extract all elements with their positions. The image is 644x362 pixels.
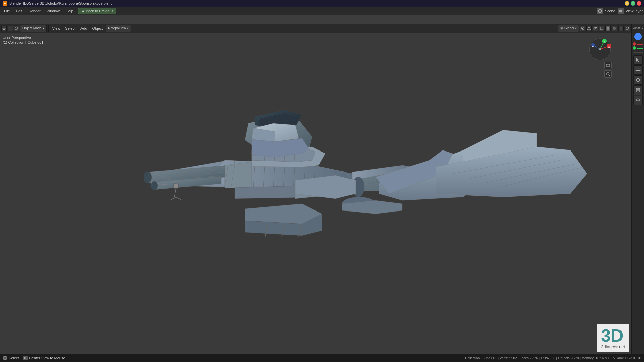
- y-axis-dot: [633, 46, 636, 50]
- svg-marker-50: [225, 162, 252, 189]
- separator: [48, 25, 49, 32]
- menu-window[interactable]: Window: [44, 8, 62, 14]
- scene-label: Scene: [605, 9, 615, 13]
- svg-rect-19: [636, 88, 640, 92]
- viewport-shading-icon[interactable]: [625, 26, 630, 31]
- svg-rect-84: [174, 184, 178, 188]
- select-menu[interactable]: Select: [63, 25, 77, 32]
- nav-separator: [633, 52, 643, 53]
- svg-point-109: [606, 72, 609, 75]
- window-title: Blender [D:\Server3D\Uchoba\KursTopora\S…: [9, 1, 114, 5]
- status-center-label: Center View to Mouse: [29, 356, 65, 360]
- select-tool-button[interactable]: [633, 55, 643, 65]
- title-bar-controls: – □ ×: [625, 1, 641, 6]
- svg-line-110: [609, 75, 610, 76]
- view-menu[interactable]: View: [50, 25, 62, 32]
- axis-gizmo: X Y Z: [588, 38, 612, 61]
- menu-bar: File Edit Render Window Help ◄ Back to P…: [0, 7, 644, 15]
- perspective-toggle-button[interactable]: [604, 62, 612, 69]
- viewport-view-label: User Perspective: [3, 36, 31, 40]
- mouse-icon: [3, 356, 7, 360]
- svg-point-9: [582, 28, 583, 29]
- global-icon: ⊞: [560, 27, 563, 30]
- close-button[interactable]: ×: [637, 1, 641, 6]
- minimize-button[interactable]: –: [625, 1, 629, 6]
- select-status: Select: [3, 356, 19, 360]
- center-view-status: Center View to Mouse: [23, 356, 65, 360]
- viewport-collection-label: (1) Collection | Cube.001: [3, 40, 43, 44]
- menu-edit[interactable]: Edit: [13, 8, 25, 14]
- svg-point-16: [620, 27, 622, 30]
- svg-rect-106: [606, 64, 610, 67]
- svg-point-12: [595, 27, 597, 29]
- local-view-icon[interactable]: [14, 26, 19, 31]
- maximize-button[interactable]: □: [631, 1, 635, 6]
- viewport-nav-buttons: [604, 62, 612, 78]
- global-transform-dropdown[interactable]: ⊞ Global ▾: [558, 25, 579, 32]
- axis-nav: [633, 42, 643, 50]
- object-mode-dropdown[interactable]: Object Mode ▾: [20, 25, 47, 32]
- menu-render[interactable]: Render: [26, 8, 43, 14]
- svg-point-15: [613, 27, 616, 30]
- menu-file[interactable]: File: [1, 8, 13, 14]
- rotate-tool-button[interactable]: [633, 75, 643, 85]
- svg-point-4: [4, 28, 5, 29]
- move-tool-button[interactable]: [633, 65, 643, 75]
- svg-rect-5: [9, 28, 12, 28]
- svg-text:Y: Y: [603, 40, 605, 43]
- svg-text:Z: Z: [592, 45, 594, 47]
- svg-rect-2: [619, 11, 622, 12]
- 3d-model-display: [0, 33, 631, 354]
- cursor-mode-icon[interactable]: [1, 26, 7, 31]
- svg-point-14: [607, 27, 609, 30]
- viewport-mode-icons: [8, 26, 19, 31]
- blender-logo-icon: B: [3, 1, 7, 6]
- overlay-icon[interactable]: [593, 26, 598, 31]
- svg-point-0: [598, 9, 602, 13]
- watermark-url-text: 3dlancer.net: [601, 344, 625, 349]
- center-view-icon: [23, 356, 28, 360]
- shading-material-icon[interactable]: [612, 26, 617, 31]
- xray-icon[interactable]: [599, 26, 604, 31]
- view-layer-label: ViewLayer: [626, 9, 643, 13]
- svg-rect-20: [637, 89, 639, 91]
- transform-tool-button[interactable]: [633, 96, 643, 105]
- x-axis-line: [637, 44, 643, 45]
- back-button-label: Back to Previous: [86, 9, 113, 13]
- status-bar-right: Collection | Cube.001 | Verts:2,502 | Fa…: [465, 356, 641, 360]
- svg-point-43: [144, 172, 152, 183]
- nav-gizmo: [634, 33, 642, 40]
- right-panel: Options: [631, 24, 644, 354]
- svg-point-49: [151, 181, 158, 190]
- nav-dot-blue[interactable]: [634, 33, 642, 40]
- status-bar: Select Center View to Mouse Collection |…: [0, 354, 644, 362]
- separator-line: [633, 52, 643, 53]
- watermark-3d-text: 3D: [601, 327, 625, 344]
- svg-text:X: X: [608, 45, 610, 48]
- proportional-edit-icon[interactable]: [580, 26, 585, 31]
- shading-render-icon[interactable]: [618, 26, 624, 31]
- title-bar: B Blender [D:\Server3D\Uchoba\KursTopora…: [0, 0, 644, 7]
- viewport-header-right: ⊞ Global ▾: [558, 25, 630, 32]
- status-bar-left: Select Center View to Mouse: [3, 356, 65, 360]
- global-view-icon[interactable]: [8, 26, 13, 31]
- 3d-viewport[interactable]: User Perspective (1) Collection | Cube.0…: [0, 33, 631, 354]
- zoom-camera-button[interactable]: [604, 70, 612, 78]
- scale-tool-button[interactable]: [633, 85, 643, 95]
- back-to-previous-button[interactable]: ◄ Back to Previous: [78, 8, 116, 14]
- svg-point-105: [599, 48, 601, 50]
- x-axis-dot: [633, 42, 636, 46]
- back-arrow-icon: ◄: [81, 9, 85, 13]
- axis-row: [633, 42, 643, 46]
- snap-icon[interactable]: [586, 26, 592, 31]
- svg-point-7: [15, 27, 18, 30]
- svg-marker-10: [587, 27, 591, 30]
- view-layer-icon: [618, 8, 624, 14]
- retopo-dropdown[interactable]: RetopoFlow ▾: [106, 25, 131, 32]
- title-bar-left: B Blender [D:\Server3D\Uchoba\KursTopora…: [3, 1, 114, 6]
- shading-solid-icon[interactable]: [605, 26, 611, 31]
- add-menu[interactable]: Add: [78, 25, 89, 32]
- menu-help[interactable]: Help: [63, 8, 76, 14]
- object-menu[interactable]: Object: [90, 25, 105, 32]
- viewport-header: Object Mode ▾ View Select Add Object Ret…: [0, 24, 631, 33]
